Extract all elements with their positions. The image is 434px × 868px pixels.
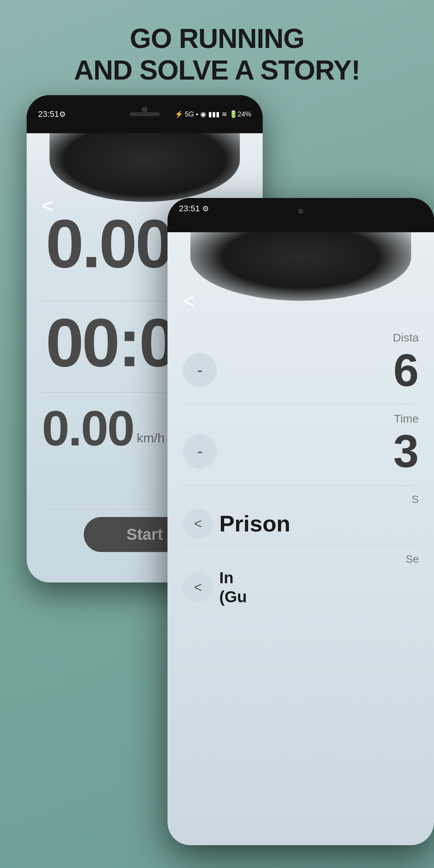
distance-minus-btn[interactable]: - bbox=[183, 353, 217, 387]
gear-icon-front: ⚙ bbox=[202, 204, 209, 213]
story2-chevron-btn[interactable]: < bbox=[183, 572, 213, 603]
status-time-front: 23:51 bbox=[179, 204, 200, 214]
dark-blob-back bbox=[49, 133, 240, 202]
divider-front2 bbox=[183, 485, 419, 486]
story1-chevron-btn[interactable]: < bbox=[183, 509, 213, 539]
headline-line1: GO RUNNING bbox=[0, 23, 434, 54]
status-time-back: 23:51 bbox=[38, 109, 59, 119]
time-minus-btn[interactable]: - bbox=[183, 434, 217, 468]
speed-unit-back: km/h bbox=[137, 431, 165, 445]
headline-line2: AND SOLVE A STORY! bbox=[0, 54, 434, 86]
divider-front3 bbox=[183, 545, 419, 546]
time-display-back: 00:0 bbox=[46, 308, 175, 377]
story2-row: < In(Gu bbox=[183, 568, 419, 607]
phone-front: 23:51 ⚙ < Dista - 6 Time - 3 S < bbox=[168, 198, 434, 845]
story1-label-front: S bbox=[183, 493, 419, 506]
screen-front: < Dista - 6 Time - 3 S < Prison bbox=[168, 232, 434, 845]
story2-name: In(Gu bbox=[219, 568, 419, 607]
camera-dot-front bbox=[298, 209, 303, 214]
time-control-row: - 3 bbox=[183, 428, 419, 474]
story2-label-front: Se bbox=[183, 553, 419, 565]
gear-icon-back: ⚙ bbox=[59, 110, 66, 119]
dark-blob-front bbox=[190, 232, 411, 301]
headline: GO RUNNING AND SOLVE A STORY! bbox=[0, 0, 434, 86]
distance-label-front: Dista bbox=[183, 331, 419, 344]
distance-value-front: 6 bbox=[217, 347, 419, 393]
divider-front1 bbox=[183, 404, 419, 405]
content-area-front: Dista - 6 Time - 3 S < Prison Se bbox=[168, 331, 434, 613]
story1-name: Prison bbox=[219, 511, 419, 536]
time-value-front: 3 bbox=[217, 428, 419, 474]
speed-display-back: 0.00 bbox=[42, 404, 134, 453]
camera-notch bbox=[142, 107, 148, 113]
status-icons-back: ⚡ 5G ▪ ◉ ▮▮▮ ≋ 🔋24% bbox=[175, 110, 251, 118]
phone-back-notch: 23:51 ⚙ ⚡ 5G ▪ ◉ ▮▮▮ ≋ 🔋24% bbox=[27, 95, 263, 133]
time-label-front: Time bbox=[183, 412, 419, 425]
story1-row: < Prison bbox=[183, 509, 419, 539]
back-button-back[interactable]: < bbox=[42, 194, 53, 217]
back-button-front[interactable]: < bbox=[183, 289, 194, 312]
speaker bbox=[129, 112, 160, 116]
distance-control-row: - 6 bbox=[183, 347, 419, 393]
distance-display-back: 0.00 bbox=[46, 209, 171, 278]
phone-front-notch: 23:51 ⚙ bbox=[168, 198, 434, 232]
